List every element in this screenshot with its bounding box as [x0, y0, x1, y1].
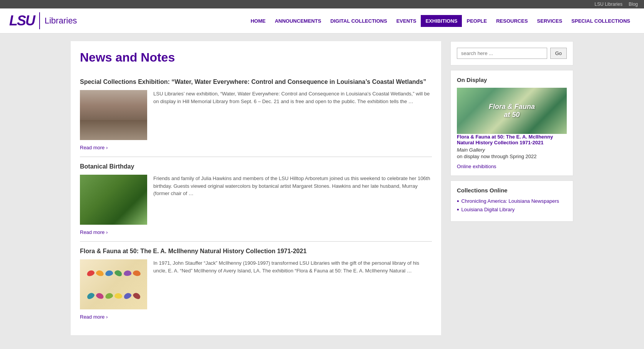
article-title: Botanical Birthday: [80, 163, 432, 170]
nav-item-home[interactable]: HOME: [246, 15, 270, 27]
read-more-link[interactable]: Read more ›: [80, 145, 108, 150]
sidebar: Go On Display Flora & Fauna at 50: The E…: [450, 41, 573, 335]
topbar-lsu-link[interactable]: LSU Libraries: [594, 2, 622, 7]
article-botanical-birthday: Botanical BirthdayFriends and family of …: [80, 157, 432, 241]
collection-link[interactable]: Louisiana Digital Library: [461, 207, 515, 212]
nav-item-digital-collections[interactable]: DIGITAL COLLECTIONS: [326, 15, 392, 27]
logo-libraries: Libraries: [45, 16, 77, 26]
on-display-heading: On Display: [457, 77, 567, 83]
garden-image: [80, 175, 147, 225]
nav-item-people[interactable]: PEOPLE: [462, 15, 491, 27]
article-excerpt: LSU Libraries’ new exhibition, “Water, W…: [153, 90, 432, 140]
article-image: [80, 259, 147, 309]
collection-item: Chronicling America: Louisiana Newspaper…: [457, 198, 567, 204]
top-bar: LSU Libraries Blog: [0, 0, 644, 8]
logo-area: LSU Libraries: [9, 12, 77, 29]
article-water-everywhere: Special Collections Exhibition: “Water, …: [80, 72, 432, 157]
page-wrapper: News and Notes Special Collections Exhib…: [65, 41, 579, 335]
nav-item-exhibitions[interactable]: EXHIBITIONS: [421, 15, 462, 27]
topbar-blog-link[interactable]: Blog: [629, 2, 638, 7]
logo-divider: [39, 12, 40, 29]
article-image: [80, 175, 147, 225]
nav-item-services[interactable]: SERVICES: [533, 15, 567, 27]
article-body: LSU Libraries’ new exhibition, “Water, W…: [80, 90, 432, 140]
on-display-panel: On Display Flora & Fauna at 50: The E. A…: [450, 70, 573, 176]
collection-item: Louisiana Digital Library: [457, 207, 567, 213]
search-input[interactable]: [457, 48, 547, 59]
article-image: [80, 90, 147, 140]
read-more-link[interactable]: Read more ›: [80, 229, 108, 235]
collections-panel: Collections Online Chronicling America: …: [450, 180, 573, 222]
collection-link[interactable]: Chronicling America: Louisiana Newspaper…: [461, 198, 559, 204]
articles-container: Special Collections Exhibition: “Water, …: [80, 72, 432, 326]
main-content: News and Notes Special Collections Exhib…: [71, 41, 441, 335]
search-panel: Go: [450, 41, 573, 65]
article-flora-fauna: Flora & Fauna at 50: The E. A. McIlhenny…: [80, 241, 432, 326]
collections-list: Chronicling America: Louisiana Newspaper…: [457, 198, 567, 213]
main-nav: HOMEANNOUNCEMENTSDIGITAL COLLECTIONSEVEN…: [246, 15, 635, 27]
article-title: Special Collections Exhibition: “Water, …: [80, 78, 432, 85]
on-display-gallery: Main Gallery: [457, 147, 567, 153]
read-more-link[interactable]: Read more ›: [80, 314, 108, 320]
nav-item-events[interactable]: EVENTS: [392, 15, 421, 27]
article-excerpt: In 1971, John Stauffer “Jack” McIlhenny …: [153, 259, 432, 309]
flood-image: [80, 90, 147, 140]
article-excerpt: Friends and family of Julia Hawkins and …: [153, 175, 432, 225]
nav-item-resources[interactable]: RESOURCES: [491, 15, 532, 27]
page-title: News and Notes: [80, 50, 432, 65]
nav-item-announcements[interactable]: ANNOUNCEMENTS: [270, 15, 326, 27]
search-form: Go: [457, 48, 567, 59]
article-body: Friends and family of Julia Hawkins and …: [80, 175, 432, 225]
search-button[interactable]: Go: [550, 48, 567, 59]
butterfly-image: [80, 259, 147, 309]
article-body: In 1971, John Stauffer “Jack” McIlhenny …: [80, 259, 432, 309]
on-display-title-link[interactable]: Flora & Fauna at 50: The E. A. McIlhenny…: [457, 134, 567, 145]
online-exhibitions-link[interactable]: Online exhibitions: [457, 164, 496, 169]
article-title: Flora & Fauna at 50: The E. A. McIlhenny…: [80, 248, 432, 255]
collections-heading: Collections Online: [457, 187, 567, 194]
on-display-image: [457, 88, 567, 134]
header: LSU Libraries HOMEANNOUNCEMENTSDIGITAL C…: [0, 8, 644, 33]
on-display-dates: on display now through Spring 2022: [457, 154, 567, 159]
lsu-logo: LSU: [9, 13, 35, 29]
nav-item-special-collections[interactable]: SPECIAL COLLECTIONS: [567, 15, 635, 27]
